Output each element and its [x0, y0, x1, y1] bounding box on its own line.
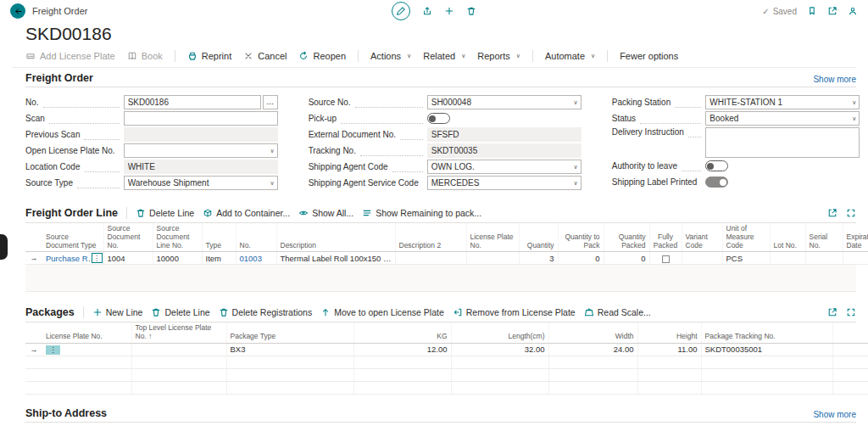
- action-cancel[interactable]: Cancel: [243, 51, 287, 61]
- cell-serial_no[interactable]: [805, 252, 843, 265]
- action-related-menu[interactable]: Related∨: [423, 51, 465, 61]
- show-more-link[interactable]: Show more: [813, 75, 856, 84]
- cell-license_plate_no[interactable]: [466, 252, 519, 265]
- cell-top_level_license_plate_no[interactable]: [131, 381, 226, 394]
- new-record-button[interactable]: [444, 6, 454, 16]
- cell-kg[interactable]: [353, 381, 451, 394]
- user-button[interactable]: [848, 6, 858, 16]
- cell-height[interactable]: [637, 381, 701, 394]
- column-header-variant_code[interactable]: Variant Code: [682, 223, 722, 252]
- action-remove-from-license-plate[interactable]: Remove from License Plate: [453, 307, 576, 317]
- assist-edit-button[interactable]: …: [263, 95, 278, 109]
- column-header-fully_packed[interactable]: Fully Packed: [649, 223, 682, 252]
- action-delete-registrations[interactable]: Delete Registrations: [219, 307, 313, 317]
- cell-package_tracking_no[interactable]: SKDT00035001: [701, 343, 832, 356]
- cell-height[interactable]: [637, 368, 701, 381]
- cell-kg[interactable]: [353, 368, 451, 381]
- action-delete-line[interactable]: Delete Line: [151, 307, 209, 317]
- column-header-no[interactable]: No.: [236, 223, 276, 252]
- action-show-remaining-to-pack[interactable]: Show Remaining to pack...: [362, 208, 481, 218]
- edit-button[interactable]: [392, 2, 410, 20]
- cell-description_2[interactable]: [395, 252, 466, 265]
- cell-cube[interactable]: 0.00845: [832, 343, 868, 356]
- shipping-agent-code-select[interactable]: [427, 160, 581, 174]
- cell-top_level_license_plate_no[interactable]: [131, 368, 226, 381]
- source-no-select[interactable]: [427, 95, 581, 109]
- cell-package_tracking_no[interactable]: [701, 368, 832, 381]
- action-delete-line[interactable]: Delete Line: [136, 208, 194, 218]
- column-header-source_document_no[interactable]: Source Document No.: [103, 223, 153, 252]
- column-header-width[interactable]: Width: [548, 322, 637, 343]
- cell-license_plate_no[interactable]: [42, 381, 131, 394]
- column-header-quantity[interactable]: Quantity: [519, 223, 558, 252]
- column-header-kg[interactable]: KG: [353, 322, 451, 343]
- cell-unit_of_measure_code[interactable]: PCS: [722, 252, 770, 265]
- cell-menu-button[interactable]: ⋮: [46, 345, 60, 355]
- action-reopen[interactable]: Reopen: [298, 51, 346, 61]
- table-row[interactable]: [25, 356, 868, 368]
- cell-package_tracking_no[interactable]: [701, 381, 832, 394]
- cell-height[interactable]: 11.00: [637, 343, 701, 356]
- cell-source_document_type[interactable]: Purchase Ret...⋮: [42, 252, 103, 265]
- cell-top_level_license_plate_no[interactable]: [131, 356, 226, 368]
- cell-source_document_line_no[interactable]: 10000: [153, 252, 202, 265]
- share-grid-button[interactable]: [827, 208, 837, 218]
- cell-package_type[interactable]: BX3: [226, 343, 353, 356]
- action-reprint[interactable]: Reprint: [187, 51, 231, 61]
- column-header-height[interactable]: Height: [637, 322, 701, 343]
- action-reports-menu[interactable]: Reports∨: [477, 51, 520, 61]
- action-move-to-open-license-plate[interactable]: Move to open License Plate: [320, 307, 444, 317]
- delete-record-button[interactable]: [466, 6, 476, 16]
- table-row[interactable]: [25, 368, 868, 381]
- scan-input[interactable]: [124, 111, 278, 126]
- cell-cube[interactable]: [832, 356, 868, 368]
- packing-station-select[interactable]: [705, 95, 860, 109]
- column-header-source_document_type[interactable]: Source Document Type: [42, 223, 103, 252]
- cell-height[interactable]: [637, 356, 701, 368]
- column-header-quantity_to_pack[interactable]: Quantity to Pack: [558, 223, 604, 252]
- cell-length_cm[interactable]: 32.00: [451, 343, 548, 356]
- column-header-type[interactable]: Type: [202, 223, 236, 252]
- delivery-instruction-textarea[interactable]: [705, 127, 860, 158]
- row-selector[interactable]: →: [25, 343, 42, 356]
- source-type-select[interactable]: [124, 176, 278, 190]
- cell-cube[interactable]: [832, 381, 868, 394]
- cell-kg[interactable]: 12.00: [353, 343, 451, 356]
- status-select[interactable]: [705, 111, 860, 126]
- cell-source_document_no[interactable]: 1004: [103, 252, 153, 265]
- authority-to-leave-toggle[interactable]: [705, 160, 728, 171]
- cell-description[interactable]: Thermal Label Roll 100x150 Cora 25mm (4.…: [276, 252, 395, 265]
- show-more-link[interactable]: Show more: [813, 410, 856, 419]
- cell-type[interactable]: Item: [202, 252, 236, 265]
- action-show-all[interactable]: Show All...: [298, 208, 353, 218]
- action-fewer-options[interactable]: Fewer options: [620, 51, 678, 61]
- column-header-quantity_packed[interactable]: Quantity Packed: [604, 223, 649, 252]
- cell-menu-button[interactable]: ⋮: [92, 253, 103, 263]
- cell-package_tracking_no[interactable]: [701, 356, 832, 368]
- cell-no[interactable]: 01003: [236, 252, 276, 265]
- table-row[interactable]: →⋮BX312.0032.0024.0011.00SKDT000350010.0…: [25, 343, 868, 356]
- column-header-serial_no[interactable]: Serial No.: [805, 223, 843, 252]
- table-row[interactable]: [25, 381, 868, 394]
- cell-expiration_date[interactable]: [843, 252, 868, 265]
- expand-grid-button[interactable]: [846, 208, 856, 218]
- row-selector[interactable]: [25, 368, 42, 381]
- pickup-toggle[interactable]: [427, 113, 450, 124]
- action-add-to-container[interactable]: Add to Container...: [203, 208, 290, 218]
- cell-length_cm[interactable]: [451, 368, 548, 381]
- cell-license_plate_no[interactable]: [42, 356, 131, 368]
- column-header-license_plate_no[interactable]: License Plate No.: [466, 223, 519, 252]
- column-header-description_2[interactable]: Description 2: [395, 223, 466, 252]
- cell-link[interactable]: 01003: [240, 254, 262, 263]
- no-input[interactable]: [124, 95, 261, 109]
- cell-width[interactable]: 24.00: [548, 343, 637, 356]
- table-row[interactable]: →Purchase Ret...⋮100410000Item01003Therm…: [25, 252, 868, 265]
- column-header-source_document_line_no[interactable]: Source Document Line No.: [153, 223, 202, 252]
- cell-kg[interactable]: [353, 356, 451, 368]
- action-new-line[interactable]: New Line: [92, 307, 143, 317]
- cell-variant_code[interactable]: [682, 252, 722, 265]
- column-header-description[interactable]: Description: [276, 223, 395, 252]
- share-button[interactable]: [422, 6, 432, 16]
- cell-license_plate_no[interactable]: [42, 368, 131, 381]
- checkbox[interactable]: [662, 255, 670, 263]
